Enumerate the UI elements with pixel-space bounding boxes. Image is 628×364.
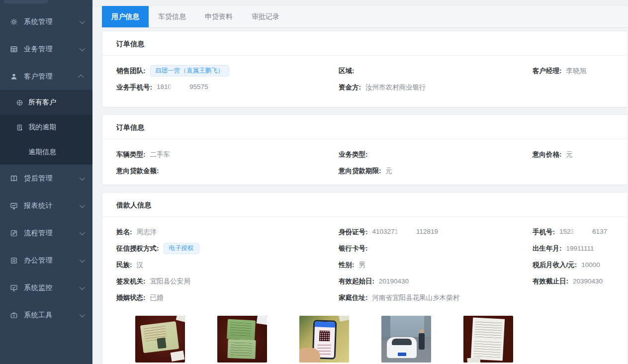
field-value: 4103271112819 xyxy=(372,228,439,236)
field-ethnicity: 民族: 汉 xyxy=(116,261,339,270)
field-label: 意向贷款金额: xyxy=(116,167,159,176)
sidebar-item-label: 系统工具 xyxy=(24,311,80,320)
field-label: 有效起始日: xyxy=(339,277,374,286)
field-label: 客户经理: xyxy=(533,67,562,76)
sidebar-item-label: 我的逾期 xyxy=(28,123,56,132)
chevron-down-icon xyxy=(80,229,85,235)
field-value: 15236137 xyxy=(559,228,607,236)
field-bank-card: 银行卡号: xyxy=(339,244,533,253)
chevron-down-icon xyxy=(80,175,85,180)
sidebar-item-system-tools[interactable]: 系统工具 xyxy=(0,301,92,329)
field-customer-manager: 客户经理: 李晓旭 xyxy=(533,67,616,76)
field-label: 意向价格: xyxy=(533,150,562,159)
field-intent-price: 意向价格: 元 xyxy=(533,150,616,159)
field-birth-date: 出生年月: 19911111 xyxy=(533,244,616,253)
tab-loan-application-docs[interactable]: 申贷资料 xyxy=(195,6,242,27)
field-mobile-phone: 手机号: 15236137 xyxy=(533,228,616,237)
tab-approval-records[interactable]: 审批记录 xyxy=(242,6,289,27)
field-label: 征信授权方式: xyxy=(116,244,159,253)
chevron-down-icon xyxy=(80,257,85,262)
field-label: 婚姻状态: xyxy=(116,293,146,302)
sidebar-item-my-overdue[interactable]: 我的逾期 xyxy=(0,115,92,140)
sidebar-item-report-statistics[interactable]: 报表统计 xyxy=(0,192,92,219)
card-title: 订单信息 xyxy=(102,115,628,139)
field-label: 税后月收入/元: xyxy=(533,261,577,270)
loan-intent-card: 订单信息 车辆类型: 二手车 业务类型: 意向价格: 元 意向贷款金额: xyxy=(102,114,628,185)
sidebar-item-overdue-info[interactable]: 逾期信息 xyxy=(0,140,92,165)
id-card-photo[interactable] xyxy=(135,316,185,363)
sidebar-item-label: 系统管理 xyxy=(24,17,80,26)
field-value: 男 xyxy=(359,261,366,270)
redaction-patch xyxy=(399,228,416,236)
sidebar-item-business-management[interactable]: 业务管理 xyxy=(0,35,92,63)
field-value: 李晓旭 xyxy=(566,67,587,76)
redaction-patch xyxy=(172,83,189,91)
sidebar-item-process-management[interactable]: 流程管理 xyxy=(0,219,92,247)
field-value: 19911111 xyxy=(566,245,594,252)
main-content: 用户信息 车贷信息 申贷资料 审批记录 订单信息 销售团队: 四团一营（直属王鹏… xyxy=(92,0,628,364)
sidebar-item-customer-management[interactable]: 客户管理 xyxy=(0,63,92,90)
detail-tabs: 用户信息 车贷信息 申贷资料 审批记录 xyxy=(102,6,628,28)
sidebar-item-system-management[interactable]: 系统管理 xyxy=(0,8,92,35)
chevron-down-icon xyxy=(80,45,85,51)
field-id-number: 身份证号: 4103271112819 xyxy=(339,228,533,237)
sidebar-item-postloan-management[interactable]: 贷后管理 xyxy=(0,165,92,192)
wheel-icon xyxy=(16,99,23,106)
sales-team-tag[interactable]: 四团一营（直属王鹏飞） xyxy=(150,65,230,77)
field-value: 河南省宜阳县花果山乡木柴村 xyxy=(372,293,460,302)
photo-item: 授权签名 xyxy=(299,316,349,364)
field-label: 资金方: xyxy=(339,83,361,92)
order-info-card: 订单信息 销售团队: 四团一营（直属王鹏飞） 区域: 客户经理: 李晓旭 业务手 xyxy=(102,31,628,107)
field-label: 业务手机号: xyxy=(116,83,152,92)
field-label: 姓名: xyxy=(116,228,132,237)
field-value: 二手车 xyxy=(150,150,171,159)
user-icon xyxy=(10,73,18,81)
field-business-phone: 业务手机号: 181095575 xyxy=(116,83,339,92)
field-value: 元 xyxy=(386,167,393,176)
field-label: 银行卡号: xyxy=(339,244,368,253)
sidebar-item-office-management[interactable]: 办公管理 xyxy=(0,247,92,274)
sidebar-item-label: 报表统计 xyxy=(24,201,80,210)
sidebar-item-label: 流程管理 xyxy=(24,229,80,238)
field-label: 销售团队: xyxy=(116,67,146,76)
borrower-info-card: 借款人信息 姓名: 周志洋 身份证号: 4103271112819 手机号: 1… xyxy=(102,192,628,364)
field-value: 周志洋 xyxy=(137,228,157,237)
field-label: 身份证号: xyxy=(339,228,368,237)
handwritten-doc-photo[interactable] xyxy=(463,316,513,363)
field-label: 区域: xyxy=(339,67,355,76)
field-value: 20390430 xyxy=(573,277,603,285)
car-person-photo[interactable] xyxy=(381,316,431,363)
tab-user-info[interactable]: 用户信息 xyxy=(102,6,149,27)
chevron-down-icon xyxy=(80,202,85,207)
green-booklet-photo[interactable] xyxy=(217,316,267,363)
field-sales-team: 销售团队: 四团一营（直属王鹏飞） xyxy=(116,65,339,77)
field-value: 20190430 xyxy=(379,277,409,285)
document-photos: 身份证 行驶证照片 授权签名 xyxy=(116,306,616,364)
field-value: 181095575 xyxy=(157,83,208,91)
tab-car-loan-info[interactable]: 车贷信息 xyxy=(149,6,195,27)
sidebar-item-label: 办公管理 xyxy=(24,256,80,265)
field-name: 姓名: 周志洋 xyxy=(116,228,339,237)
card-title: 借款人信息 xyxy=(102,192,628,217)
field-label: 民族: xyxy=(116,261,132,270)
field-label: 意向贷款期限: xyxy=(339,167,381,176)
sidebar-item-all-customers[interactable]: 所有客户 xyxy=(0,90,92,115)
credit-auth-tag[interactable]: 电子授权 xyxy=(164,243,199,255)
sidebar-item-label: 贷后管理 xyxy=(24,174,80,183)
field-value: 10000 xyxy=(581,261,600,269)
redaction-patch xyxy=(575,228,592,236)
toolbox-icon xyxy=(10,311,18,319)
field-value: 已婚 xyxy=(150,293,164,302)
sidebar-item-label: 系统监控 xyxy=(24,283,80,292)
chevron-down-icon xyxy=(80,284,85,289)
field-gender: 性别: 男 xyxy=(339,261,533,270)
field-funder: 资金方: 汝州市农村商业银行 xyxy=(339,83,533,92)
sidebar: 系统管理 业务管理 客户管理 xyxy=(0,0,92,364)
field-valid-from: 有效起始日: 20190430 xyxy=(339,277,533,286)
phone-qr-photo[interactable] xyxy=(299,316,349,363)
field-value: 元 xyxy=(566,150,573,159)
field-vehicle-type: 车辆类型: 二手车 xyxy=(116,150,339,159)
field-monthly-income: 税后月收入/元: 10000 xyxy=(533,261,616,270)
sidebar-item-system-monitor[interactable]: 系统监控 xyxy=(0,274,92,301)
field-label: 家庭住址: xyxy=(339,293,368,302)
